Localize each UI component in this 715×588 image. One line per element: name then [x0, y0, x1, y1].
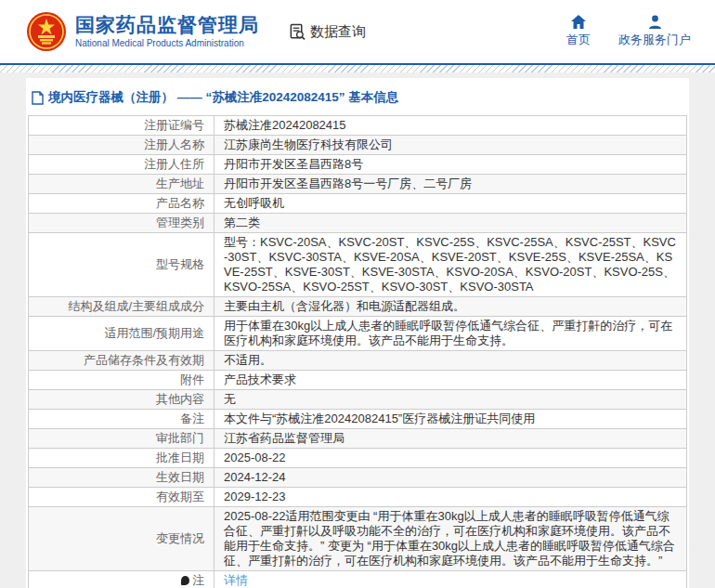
document-icon: [32, 91, 44, 105]
detail-link[interactable]: 详情: [224, 573, 248, 587]
table-row: 产品名称无创呼吸机: [29, 194, 687, 214]
row-value: 第二类: [214, 214, 687, 233]
row-value: 型号：KSVC-20SA、KSVC-20ST、KSVC-25S、KSVC-25S…: [214, 233, 687, 297]
table-row: 注册人名称江苏康尚生物医疗科技有限公司: [29, 136, 687, 155]
table-row: 附件产品技术要求: [29, 371, 687, 390]
header-nav: 首页 政务服务门户: [566, 15, 691, 48]
breadcrumb: 境内医疗器械（注册） —— “苏械注准20242082415” 基本信息: [28, 78, 687, 115]
breadcrumb-text: 境内医疗器械（注册） —— “苏械注准20242082415” 基本信息: [48, 89, 398, 106]
row-value: 2025-08-22: [214, 449, 687, 468]
row-value: 不适用。: [214, 351, 687, 371]
data-query-label: 数据查询: [310, 23, 366, 41]
table-row: 管理类别第二类: [29, 214, 687, 233]
table-row: 产品储存条件及有效期不适用。: [29, 351, 687, 371]
site-logo: 国家药品监督管理局 National Medical Products Admi…: [26, 11, 259, 52]
table-row: 批准日期2025-08-22: [29, 449, 687, 468]
table-row: 结构及组成/主要组成成分主要由主机（含湿化器）和电源适配器组成。: [29, 297, 687, 317]
user-icon: [648, 15, 662, 29]
row-label: 结构及组成/主要组成成分: [29, 297, 214, 317]
table-row: 变更情况2025-08-22适用范围变更由 “用于体重在30kg以上成人患者的睡…: [29, 507, 687, 571]
table-row: 审批部门江苏省药品监督管理局: [29, 429, 687, 449]
row-label: 生产地址: [29, 175, 214, 194]
row-label: 批准日期: [29, 449, 214, 468]
row-value: 江苏省药品监督管理局: [214, 429, 687, 449]
row-label: 产品储存条件及有效期: [29, 351, 214, 371]
row-label: 注册人住所: [29, 155, 214, 175]
row-label: 注册证编号: [29, 116, 214, 136]
home-icon: [571, 15, 586, 29]
row-value: 无: [214, 390, 687, 410]
data-query-button[interactable]: 数据查询: [289, 23, 366, 41]
nav-home[interactable]: 首页: [566, 15, 591, 48]
nav-gov-portal[interactable]: 政务服务门户: [618, 15, 691, 48]
nav-home-label: 首页: [566, 32, 591, 48]
row-value: 2029-12-23: [214, 488, 687, 507]
table-row: 适用范围/预期用途用于体重在30kg以上成人患者的睡眠呼吸暂停低通气综合征、严重…: [29, 317, 687, 351]
row-value: 2025-08-22适用范围变更由 “用于体重在30kg以上成人患者的睡眠呼吸暂…: [214, 507, 687, 571]
row-label: 有效期至: [29, 488, 214, 507]
row-label: 注: [29, 571, 214, 588]
nav-gov-portal-label: 政务服务门户: [618, 32, 691, 48]
table-row: 有效期至2029-12-23: [29, 488, 687, 507]
site-subtitle: National Medical Products Administration: [75, 38, 259, 49]
table-row: 注册证编号苏械注准20242082415: [29, 116, 687, 136]
row-value: 本文件与“苏械注准20242082415”医疗器械注册证共同使用: [214, 410, 687, 429]
national-emblem-icon: [26, 11, 67, 52]
header-hatch-divider: [0, 65, 715, 72]
row-label: 生效日期: [29, 468, 214, 488]
row-label: 产品名称: [29, 194, 214, 214]
row-label: 注册人名称: [29, 136, 214, 155]
row-label: 审批部门: [29, 429, 214, 449]
row-label: 变更情况: [29, 507, 214, 571]
registration-info-table: 注册证编号苏械注准20242082415注册人名称江苏康尚生物医疗科技有限公司注…: [28, 115, 687, 588]
site-header: 国家药品监督管理局 National Medical Products Admi…: [0, 0, 715, 65]
row-value: 主要由主机（含湿化器）和电源适配器组成。: [214, 297, 687, 317]
table-row: 注册人住所丹阳市开发区圣昌西路8号: [29, 155, 687, 175]
table-row: 型号规格型号：KSVC-20SA、KSVC-20ST、KSVC-25S、KSVC…: [29, 233, 687, 297]
row-value: 无创呼吸机: [214, 194, 687, 214]
info-table-body: 注册证编号苏械注准20242082415注册人名称江苏康尚生物医疗科技有限公司注…: [29, 116, 687, 588]
row-value: 江苏康尚生物医疗科技有限公司: [214, 136, 687, 155]
table-row: 生效日期2024-12-24: [29, 468, 687, 488]
table-row: 生产地址丹阳市开发区圣昌西路8号一号厂房、二号厂房: [29, 175, 687, 194]
row-value: 产品技术要求: [214, 371, 687, 390]
row-label: 备注: [29, 410, 214, 429]
row-label: 其他内容: [29, 390, 214, 410]
document-search-icon: [289, 23, 306, 41]
table-row: 其他内容无: [29, 390, 687, 410]
site-title: 国家药品监督管理局: [75, 14, 259, 36]
row-value: 丹阳市开发区圣昌西路8号一号厂房、二号厂房: [214, 175, 687, 194]
table-row: 备注本文件与“苏械注准20242082415”医疗器械注册证共同使用: [29, 410, 687, 429]
row-value: 详情: [214, 571, 687, 588]
site-title-block: 国家药品监督管理局 National Medical Products Admi…: [75, 14, 259, 49]
row-value: 2024-12-24: [214, 468, 687, 488]
row-label: 管理类别: [29, 214, 214, 233]
content-card: 境内医疗器械（注册） —— “苏械注准20242082415” 基本信息 注册证…: [26, 78, 689, 588]
row-value: 苏械注准20242082415: [214, 116, 687, 136]
row-label: 型号规格: [29, 233, 214, 297]
table-row: 注详情: [29, 571, 687, 588]
note-icon: [181, 576, 189, 585]
row-label: 适用范围/预期用途: [29, 317, 214, 351]
row-value: 丹阳市开发区圣昌西路8号: [214, 155, 687, 175]
row-value: 用于体重在30kg以上成人患者的睡眠呼吸暂停低通气综合征、严重打鼾的治疗，可在医…: [214, 317, 687, 351]
row-label: 附件: [29, 371, 214, 390]
